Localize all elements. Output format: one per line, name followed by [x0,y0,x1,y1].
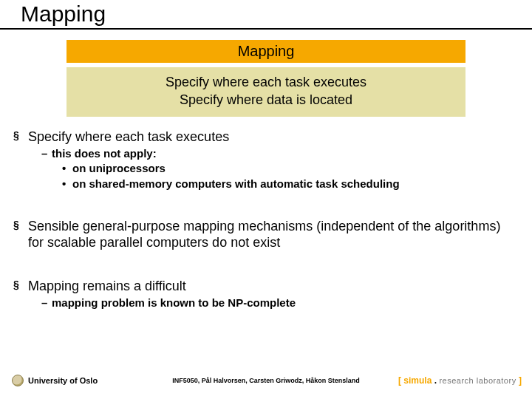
content-area: Specify where each task executes this do… [0,126,532,311]
uio-seal-icon [12,375,24,386]
bullet-block-1: Specify where each task executes this do… [13,129,507,191]
highlight-line-2: Specify where data is located [66,91,466,109]
highlight-line-1: Specify where each task executes [66,73,466,91]
highlight-box-body: Specify where each task executes Specify… [66,67,466,117]
bullet-3: Mapping remains a difficult [13,278,507,295]
footer-brand: [ simula . research laboratory ] [398,375,522,386]
brand-dot: . [432,375,439,386]
slide-title: Mapping [21,1,532,27]
title-underline [0,28,532,30]
brand-bracket-close: ] [516,375,522,386]
title-area: Mapping [0,0,532,27]
brand-lab: research laboratory [439,376,516,385]
bullet-1-1b: on shared-memory computers with automati… [13,177,507,191]
bullet-2: Sensible general-purpose mapping mechani… [13,218,507,251]
footer: University of Oslo INF5050, Pål Halvorse… [0,372,532,389]
bullet-block-2: Sensible general-purpose mapping mechani… [13,218,507,251]
bullet-1-1a: on uniprocessors [13,161,507,176]
slide: Mapping Mapping Specify where each task … [0,0,532,399]
highlight-box-title: Mapping [66,40,466,63]
bullet-1: Specify where each task executes [13,129,507,146]
brand-name: simula [403,375,432,386]
bullet-1-1: this does not apply: [13,146,507,161]
footer-left: University of Oslo [12,375,98,386]
footer-credits: INF5050, Pål Halvorsen, Carsten Griwodz,… [172,377,360,384]
bullet-block-3: Mapping remains a difficult mapping prob… [13,278,507,311]
footer-university: University of Oslo [28,376,98,385]
bullet-3-1: mapping problem is known to be NP-comple… [13,296,507,310]
